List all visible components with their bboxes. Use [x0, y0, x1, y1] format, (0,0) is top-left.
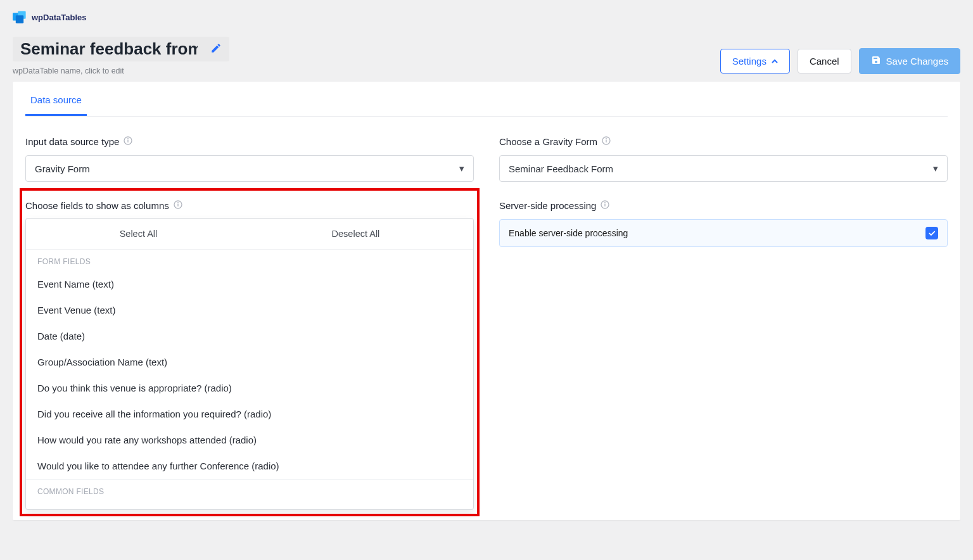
svg-point-8	[177, 203, 178, 203]
fields-scroll[interactable]: FORM FIELDSEvent Name (text)Event Venue …	[26, 250, 473, 509]
svg-point-11	[606, 139, 607, 139]
field-option[interactable]: Did you receive all the information you …	[26, 401, 473, 427]
field-option[interactable]: How would you rate any workshops attende…	[26, 427, 473, 453]
serverside-enable-label: Enable server-side processing	[509, 228, 628, 238]
serverside-label: Server-side processing	[499, 200, 596, 211]
info-icon	[173, 200, 183, 212]
field-option[interactable]: Date (date)	[26, 323, 473, 349]
chevron-up-icon	[772, 56, 778, 67]
save-icon	[871, 55, 881, 67]
input-source-value: Gravity Form	[35, 163, 90, 174]
field-option[interactable]: Event Name (text)	[26, 271, 473, 297]
serverside-checkbox[interactable]	[925, 227, 938, 239]
gravity-form-select[interactable]: Seminar Feedback Form ▾	[499, 155, 948, 182]
table-name-input[interactable]	[20, 39, 198, 59]
field-option[interactable]: Event Venue (text)	[26, 297, 473, 323]
table-name-input-wrap[interactable]	[13, 37, 229, 61]
info-icon	[600, 200, 610, 212]
settings-card: Data source Input data source type Gravi…	[13, 82, 960, 520]
serverside-toggle[interactable]: Enable server-side processing	[499, 219, 948, 247]
table-name-hint: wpDataTable name, click to edit	[13, 67, 229, 75]
settings-button[interactable]: Settings	[720, 49, 790, 73]
field-option[interactable]: Would you like to attendee any further C…	[26, 453, 473, 479]
cancel-button[interactable]: Cancel	[798, 49, 851, 73]
svg-point-5	[128, 139, 129, 139]
input-source-select[interactable]: Gravity Form ▾	[25, 155, 474, 182]
svg-point-14	[605, 203, 606, 203]
field-option[interactable]: Group/Association Name (text)	[26, 349, 473, 375]
caret-down-icon: ▾	[459, 163, 464, 174]
choose-form-label: Choose a Gravity Form	[499, 136, 597, 147]
svg-rect-2	[16, 15, 23, 23]
deselect-all-link[interactable]: Deselect All	[332, 229, 380, 239]
save-button[interactable]: Save Changes	[859, 48, 960, 74]
choose-fields-label: Choose fields to show as columns	[25, 200, 169, 211]
settings-label: Settings	[732, 56, 766, 67]
field-option[interactable]: Entry Date	[26, 501, 473, 509]
input-source-label: Input data source type	[25, 136, 119, 147]
brand-header: wpDataTables	[13, 10, 960, 24]
wpdatatables-logo-icon	[13, 10, 27, 24]
field-group-label: COMMON FIELDS	[26, 479, 473, 501]
info-icon	[123, 136, 133, 148]
info-icon	[601, 136, 611, 148]
save-label: Save Changes	[886, 56, 948, 67]
field-option[interactable]: Do you think this venue is appropriate? …	[26, 375, 473, 401]
field-group-label: FORM FIELDS	[26, 250, 473, 271]
fields-dropdown-panel: Select All Deselect All FORM FIELDSEvent…	[25, 218, 474, 510]
caret-down-icon: ▾	[933, 163, 938, 174]
gravity-form-value: Seminar Feedback Form	[509, 163, 613, 174]
select-all-link[interactable]: Select All	[120, 229, 158, 239]
tab-data-source[interactable]: Data source	[25, 82, 87, 116]
edit-icon	[210, 42, 222, 56]
brand-name: wpDataTables	[32, 13, 86, 22]
